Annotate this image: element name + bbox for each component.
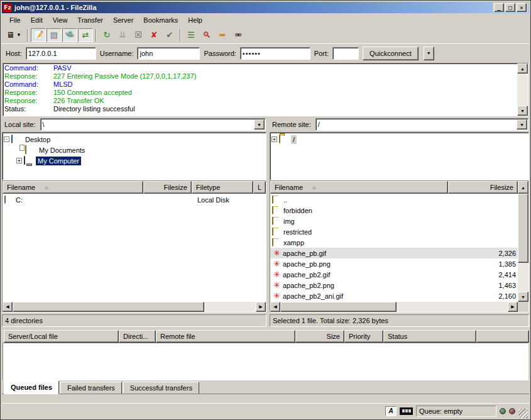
- transfer-type-ascii-icon[interactable]: A: [385, 406, 397, 416]
- host-input[interactable]: [26, 47, 96, 60]
- chevron-down-icon[interactable]: ▼: [517, 119, 527, 130]
- remote-list-hscrollbar[interactable]: ◀ ▶: [270, 302, 528, 312]
- table-row[interactable]: forbidden: [270, 205, 518, 216]
- disconnect-icon: ✘: [151, 30, 158, 40]
- directory-comparison-button[interactable]: ⚮: [231, 28, 246, 42]
- table-row[interactable]: ..: [270, 194, 518, 205]
- tree-label[interactable]: My Documents: [37, 146, 87, 155]
- scroll-right-icon[interactable]: ▶: [256, 302, 266, 312]
- remote-list-rows[interactable]: .. forbidden img restricted xampp ✳apach…: [270, 194, 518, 302]
- local-list-rows[interactable]: C: Local Disk: [3, 194, 266, 302]
- scroll-down-icon[interactable]: ▼: [518, 292, 528, 302]
- menu-file[interactable]: File: [4, 15, 26, 25]
- queue-size-panel: Queue: empty: [416, 406, 496, 417]
- table-row[interactable]: C: Local Disk: [3, 194, 266, 205]
- image-file-icon: ✳: [272, 260, 282, 268]
- column-header-filesize[interactable]: Filesize: [143, 181, 192, 194]
- speed-limit-icon[interactable]: [400, 407, 413, 415]
- minimize-button[interactable]: _: [494, 3, 504, 12]
- disconnect-button[interactable]: ✘: [146, 28, 161, 42]
- remote-site-combobox[interactable]: / ▼: [315, 118, 528, 131]
- process-queue-button[interactable]: ⇊: [115, 28, 130, 42]
- column-header-status[interactable]: Status: [383, 330, 476, 343]
- file-name: restricted: [283, 228, 312, 236]
- local-directory-tree[interactable]: - Desktop My Documents + My Computer: [2, 132, 266, 180]
- table-row[interactable]: ✳apache_pb.png1,385: [270, 258, 518, 269]
- filter-button[interactable]: ☰: [183, 28, 199, 42]
- column-header-priority[interactable]: Priority: [344, 330, 383, 343]
- tree-label-selected[interactable]: /: [291, 135, 297, 144]
- scroll-right-icon[interactable]: ▶: [508, 302, 518, 312]
- column-header-remote-file[interactable]: Remote file: [156, 330, 295, 343]
- column-header-filetype[interactable]: Filetype: [192, 181, 253, 194]
- refresh-button[interactable]: ↻: [99, 28, 114, 42]
- tree-row-my-documents[interactable]: My Documents: [4, 145, 266, 155]
- column-header-filename[interactable]: Filename: [270, 181, 448, 194]
- maximize-button[interactable]: □: [505, 3, 515, 12]
- table-row[interactable]: ✳apache_pb2.png1,463: [270, 280, 518, 290]
- expand-icon[interactable]: +: [271, 136, 277, 142]
- remote-tree-icon: 🛸: [65, 30, 75, 40]
- queue-list[interactable]: [3, 343, 528, 380]
- expand-icon[interactable]: +: [16, 158, 22, 163]
- username-input[interactable]: [137, 47, 200, 60]
- file-list-panes: Filename Filesize Filetype L C: Local Di…: [2, 180, 529, 327]
- table-row[interactable]: ✳apache_pb2.gif2,414: [270, 269, 518, 280]
- tab-queued-files[interactable]: Queued files: [4, 380, 59, 394]
- tree-label[interactable]: Desktop: [23, 135, 52, 144]
- quickconnect-dropdown-button[interactable]: ▼: [424, 47, 434, 60]
- toolbar-separator: [96, 29, 97, 41]
- resize-grip[interactable]: [518, 409, 528, 418]
- scroll-left-icon[interactable]: ◀: [270, 302, 280, 312]
- tree-row-desktop[interactable]: - Desktop: [4, 134, 266, 145]
- local-site-combobox[interactable]: \ ▼: [40, 118, 266, 131]
- cancel-button[interactable]: ☒: [131, 28, 146, 42]
- scroll-up-icon[interactable]: ▲: [518, 181, 528, 194]
- table-row[interactable]: img: [270, 216, 518, 226]
- menu-transfer[interactable]: Transfer: [72, 15, 108, 25]
- scroll-down-icon[interactable]: ▼: [517, 106, 528, 116]
- local-list-hscrollbar[interactable]: ◀ ▶: [3, 302, 266, 312]
- menu-view[interactable]: View: [48, 15, 73, 25]
- column-header-direction[interactable]: Directi...: [119, 330, 156, 343]
- toggle-local-tree-button[interactable]: ▤: [47, 28, 62, 42]
- menu-server[interactable]: Server: [108, 15, 138, 25]
- menu-bookmarks[interactable]: Bookmarks: [138, 15, 183, 25]
- site-manager-button[interactable]: 🖥︎▼: [3, 28, 25, 42]
- column-header-filesize[interactable]: Filesize: [448, 181, 518, 194]
- toggle-queue-button[interactable]: ⇄: [78, 28, 93, 42]
- collapse-icon[interactable]: -: [4, 136, 9, 142]
- reconnect-button[interactable]: ✔: [162, 28, 177, 42]
- column-header-server-local-file[interactable]: Server/Local file: [4, 330, 119, 343]
- menu-help[interactable]: Help: [183, 15, 207, 25]
- file-search-button[interactable]: 🔍︎: [199, 28, 214, 42]
- titlebar[interactable]: Fz john@127.0.0.1 - FileZilla _ □ ✕: [2, 2, 529, 13]
- tab-successful-transfers[interactable]: Successful transfers: [123, 382, 199, 394]
- chevron-down-icon[interactable]: ▼: [254, 119, 265, 130]
- column-header-size[interactable]: Size: [295, 330, 344, 343]
- toggle-message-log-button[interactable]: 📝: [31, 28, 46, 42]
- password-input[interactable]: [240, 47, 310, 60]
- close-button[interactable]: ✕: [517, 3, 527, 12]
- menu-edit[interactable]: Edit: [26, 15, 48, 25]
- table-row[interactable]: restricted: [270, 226, 518, 237]
- remote-list-vscrollbar[interactable]: ▼: [518, 194, 528, 302]
- remote-directory-tree[interactable]: + /: [270, 132, 529, 180]
- synchronized-browsing-button[interactable]: ➦: [215, 28, 230, 42]
- table-row[interactable]: ✳apache_pb2_ani.gif2,160: [270, 290, 518, 301]
- log-scrollbar[interactable]: ▲ ▼: [517, 64, 528, 116]
- port-input[interactable]: [332, 47, 359, 60]
- scroll-up-icon[interactable]: ▲: [517, 64, 528, 74]
- table-row[interactable]: xampp: [270, 237, 518, 248]
- column-header-last-modified[interactable]: L: [253, 181, 266, 194]
- scroll-left-icon[interactable]: ◀: [3, 302, 13, 312]
- quickconnect-button[interactable]: Quickconnect: [363, 47, 419, 60]
- table-row-selected[interactable]: ✳apache_pb.gif2,326: [270, 248, 518, 258]
- remote-site-bar: Remote site: / ▼: [270, 118, 529, 131]
- tab-failed-transfers[interactable]: Failed transfers: [60, 382, 122, 394]
- tree-row-my-computer[interactable]: + My Computer: [4, 155, 266, 166]
- tree-label-selected[interactable]: My Computer: [36, 157, 81, 165]
- toggle-remote-tree-button[interactable]: 🛸: [62, 28, 77, 42]
- tree-row-root[interactable]: + /: [271, 134, 528, 145]
- column-header-filename[interactable]: Filename: [3, 181, 143, 194]
